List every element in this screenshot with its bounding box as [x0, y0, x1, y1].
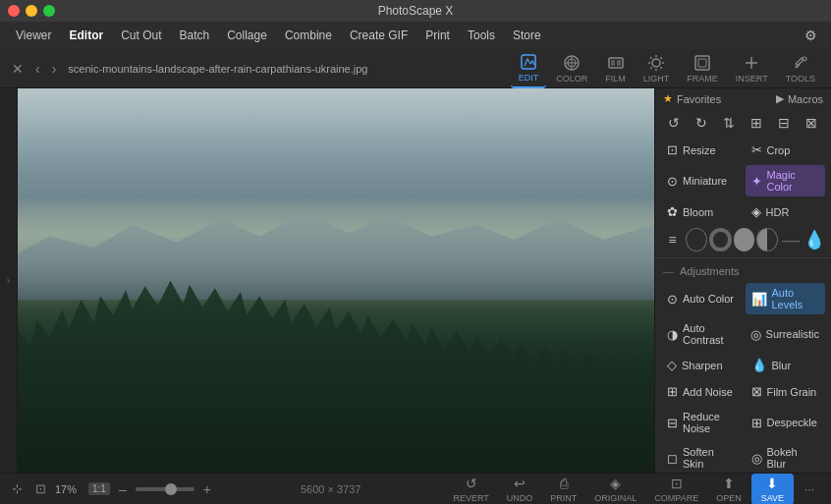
- left-panel-toggle[interactable]: ›: [0, 88, 18, 473]
- open-label: OPEN: [716, 493, 742, 503]
- filter-icons-row: ↺ ↻ ⇅ ⊞ ⊟ ⊠: [655, 109, 831, 137]
- revert-button[interactable]: ↺ REVERT: [445, 474, 496, 505]
- circle-filled-icon[interactable]: [734, 228, 755, 252]
- reduce-noise-despeckle-row: ⊟ Reduce Noise ⊞ Despeckle: [655, 405, 831, 440]
- blur-icon: 💧: [751, 358, 767, 372]
- soften-skin-button[interactable]: ◻ Soften Skin: [661, 442, 742, 473]
- auto-contrast-surrealistic-row: ◑ Auto Contrast ◎ Surrealistic: [655, 316, 831, 352]
- add-noise-button[interactable]: ⊞ Add Noise: [661, 380, 742, 403]
- circle-half-icon[interactable]: [756, 228, 778, 252]
- compare-icon: ⊡: [671, 476, 683, 491]
- tab-color[interactable]: COLOR: [548, 50, 595, 87]
- tab-color-label: COLOR: [556, 74, 587, 84]
- settings-icon[interactable]: ⚙: [798, 25, 823, 46]
- circle-ring-icon[interactable]: [709, 228, 731, 252]
- sidebar-header: ★ Favorites ▶ Macros: [655, 88, 831, 109]
- tab-insert-label: INSERT: [736, 74, 768, 84]
- miniature-button[interactable]: ⊙ Miniature: [661, 165, 742, 196]
- next-file-button[interactable]: ›: [48, 59, 61, 79]
- bloom-button[interactable]: ✿ Bloom: [661, 200, 742, 223]
- selection-icon[interactable]: ⊹: [8, 480, 26, 498]
- pick-icon[interactable]: ⊡: [31, 480, 49, 498]
- hdr-button[interactable]: ◈ HDR: [746, 200, 826, 223]
- grid-icon[interactable]: ⊞: [744, 112, 769, 134]
- favorites-section[interactable]: ★ Favorites: [663, 92, 721, 105]
- menu-item-create-gif[interactable]: Create GIF: [342, 26, 416, 45]
- tab-film[interactable]: FILM: [597, 50, 634, 87]
- tab-frame[interactable]: FRAME: [679, 50, 726, 87]
- original-button[interactable]: ◈ ORIGINAL: [586, 474, 644, 505]
- menu-item-collage[interactable]: Collage: [219, 26, 275, 45]
- blur-button[interactable]: 💧 Blur: [746, 354, 826, 376]
- auto-color-levels-row: ⊙ Auto Color 📊 Auto Levels: [655, 281, 831, 316]
- despeckle-button[interactable]: ⊞ Despeckle: [746, 407, 826, 438]
- crop-icon[interactable]: ⊟: [771, 112, 797, 134]
- adjust-icon[interactable]: ⊠: [799, 112, 824, 134]
- more-icon: ···: [804, 482, 814, 496]
- undo-label: UNDO: [507, 493, 533, 503]
- drop-icon[interactable]: 💧: [803, 229, 825, 251]
- close-file-button[interactable]: ✕: [8, 59, 28, 79]
- film-grain-button[interactable]: ⊠ Film Grain: [746, 380, 826, 403]
- compare-button[interactable]: ⊡ COMPARE: [646, 474, 706, 505]
- open-button[interactable]: ⬆ OPEN: [708, 474, 749, 505]
- save-label: SAVE: [761, 493, 784, 503]
- minimize-button[interactable]: [26, 5, 37, 17]
- tab-tools[interactable]: TOOLS: [778, 50, 823, 87]
- main-content: › ★ Favorites ▶ Macros ↺ ↻ ⇅ ⊞ ⊟ ⊠: [0, 88, 831, 473]
- resize-icon: ⊡: [667, 142, 678, 157]
- zoom-slider[interactable]: [136, 487, 194, 491]
- auto-color-button[interactable]: ⊙ Auto Color: [661, 283, 742, 314]
- sharpen-label: Sharpen: [682, 360, 723, 371]
- maximize-button[interactable]: [43, 5, 55, 17]
- tab-frame-label: FRAME: [687, 74, 718, 84]
- bokeh-blur-button[interactable]: ◎ Bokeh Blur: [746, 442, 826, 473]
- tab-insert[interactable]: INSERT: [728, 50, 776, 87]
- circle-empty-icon[interactable]: [686, 228, 707, 252]
- menu-item-cut-out[interactable]: Cut Out: [113, 26, 169, 45]
- menu-item-editor[interactable]: Editor: [61, 26, 111, 45]
- zoom-minus-button[interactable]: –: [116, 481, 130, 497]
- miniature-label: Miniature: [683, 175, 727, 187]
- undo-button[interactable]: ↩ UNDO: [499, 474, 541, 505]
- magic-color-icon: ✦: [751, 174, 762, 189]
- auto-contrast-button[interactable]: ◑ Auto Contrast: [661, 318, 741, 350]
- menu-item-tools[interactable]: Tools: [460, 26, 503, 45]
- save-button[interactable]: ⬇ SAVE: [751, 474, 794, 505]
- menu-item-batch[interactable]: Batch: [172, 26, 218, 45]
- close-button[interactable]: [8, 5, 20, 17]
- sharpen-button[interactable]: ◇ Sharpen: [661, 354, 742, 376]
- menu-item-print[interactable]: Print: [417, 26, 458, 45]
- tab-edit[interactable]: EDIT: [511, 49, 547, 88]
- surrealistic-button[interactable]: ◎ Surrealistic: [745, 318, 825, 350]
- reduce-noise-button[interactable]: ⊟ Reduce Noise: [661, 407, 742, 438]
- hdr-icon: ◈: [751, 204, 761, 219]
- flip-icon[interactable]: ⇅: [716, 112, 742, 134]
- zoom-plus-button[interactable]: +: [200, 481, 214, 497]
- menu-item-combine[interactable]: Combine: [277, 26, 340, 45]
- svg-rect-7: [617, 60, 621, 66]
- top-toolbar: ✕ ‹ › scenic-mountains-landscape-after-r…: [0, 49, 831, 88]
- canvas-image: [18, 88, 654, 473]
- tab-light[interactable]: LIGHT: [636, 50, 678, 87]
- canvas-area[interactable]: [18, 88, 654, 473]
- tab-light-label: LIGHT: [643, 74, 670, 84]
- menu-item-store[interactable]: Store: [505, 26, 549, 45]
- auto-levels-button[interactable]: 📊 Auto Levels: [746, 283, 826, 314]
- more-button[interactable]: ···: [796, 476, 823, 503]
- rotate-right-icon[interactable]: ↻: [689, 112, 714, 134]
- rotate-left-icon[interactable]: ↺: [661, 112, 687, 134]
- left-panel-arrow: ›: [7, 275, 10, 286]
- macros-button[interactable]: ▶ Macros: [776, 92, 823, 105]
- svg-point-8: [652, 59, 660, 67]
- section-divider: [655, 257, 831, 258]
- despeckle-label: Despeckle: [767, 417, 817, 428]
- prev-file-button[interactable]: ‹: [31, 59, 44, 79]
- crop-button[interactable]: ✂ Crop: [746, 139, 826, 161]
- magic-color-button[interactable]: ✦ Magic Color: [746, 165, 826, 196]
- resize-button[interactable]: ⊡ Resize: [661, 139, 742, 161]
- lines-icon[interactable]: ≡: [661, 229, 684, 251]
- menu-item-viewer[interactable]: Viewer: [8, 26, 59, 45]
- print-button[interactable]: ⎙ PRINT: [542, 474, 584, 505]
- bloom-icon: ✿: [667, 204, 678, 219]
